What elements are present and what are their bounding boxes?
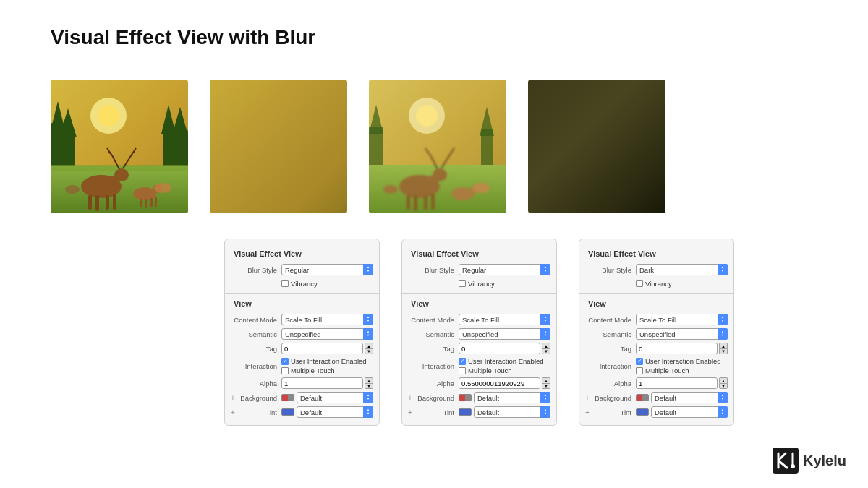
p2-alpha-input[interactable] xyxy=(459,377,540,389)
background-value[interactable]: Default xyxy=(297,392,373,403)
tag-decrement[interactable]: ▼ xyxy=(365,348,373,354)
p3-alpha-input[interactable] xyxy=(636,377,718,389)
p3-user-interaction-checkbox[interactable]: ✓ xyxy=(636,358,643,365)
tint-select[interactable]: Default xyxy=(297,406,373,418)
tag-stepper-buttons[interactable]: ▲ ▼ xyxy=(365,343,373,354)
p2-tint-select[interactable]: Default xyxy=(474,406,550,418)
p3-background-control[interactable]: Default xyxy=(636,392,728,403)
p3-multiple-touch-checkbox[interactable] xyxy=(636,367,643,374)
p2-content-mode-value[interactable]: Scale To Fill xyxy=(459,314,550,325)
p2-tag-decrement[interactable]: ▼ xyxy=(542,348,550,354)
p2-user-interaction-checkbox[interactable]: ✓ xyxy=(459,358,466,365)
p3-multiple-touch-row[interactable]: Multiple Touch xyxy=(636,367,721,374)
p2-vibrancy-checkbox[interactable] xyxy=(459,280,466,287)
p2-background-control[interactable]: Default xyxy=(459,392,550,403)
background-select[interactable]: Default xyxy=(297,392,373,403)
p2-content-mode-arrow xyxy=(540,314,550,325)
p3-background-select[interactable]: Default xyxy=(651,392,728,403)
p3-vibrancy-checkbox-row[interactable]: Vibrancy xyxy=(636,280,672,288)
background-color-swatch[interactable] xyxy=(281,394,294,401)
p2-alpha-stepper-buttons[interactable]: ▲ ▼ xyxy=(542,377,550,389)
p3-vibrancy-checkbox[interactable] xyxy=(636,280,643,287)
p2-multiple-touch-row[interactable]: Multiple Touch xyxy=(459,367,544,374)
vibrancy-checkbox-row[interactable]: Vibrancy xyxy=(281,280,318,288)
content-mode-value[interactable]: Scale To Fill xyxy=(281,314,373,325)
alpha-stepper-buttons[interactable]: ▲ ▼ xyxy=(365,377,373,389)
p3-user-interaction-row[interactable]: ✓ User Interaction Enabled xyxy=(636,357,721,365)
p2-blur-style-select[interactable]: Regular xyxy=(459,264,550,275)
tag-input[interactable] xyxy=(281,343,363,354)
p3-background-color-swatch[interactable] xyxy=(636,394,649,401)
user-interaction-row[interactable]: ✓ User Interaction Enabled xyxy=(281,357,367,365)
svg-rect-28 xyxy=(150,191,156,198)
blur-style-select[interactable]: Regular xyxy=(281,264,373,275)
alpha-input[interactable] xyxy=(281,377,363,389)
content-mode-control[interactable]: Scale To Fill xyxy=(281,314,373,325)
p2-background-select[interactable]: Default xyxy=(474,392,550,403)
p3-content-mode-value[interactable]: Scale To Fill xyxy=(636,314,728,325)
user-interaction-checkbox[interactable]: ✓ xyxy=(281,358,289,365)
p2-content-mode-control[interactable]: Scale To Fill xyxy=(459,314,550,325)
p2-background-arrow xyxy=(540,392,550,403)
p3-blur-style-value[interactable]: Dark xyxy=(636,264,728,275)
p2-semantic-control[interactable]: Unspecified xyxy=(459,328,550,340)
p2-alpha-increment[interactable]: ▲ xyxy=(542,377,550,383)
image-dark-blur xyxy=(528,80,665,213)
p2-tint-color-swatch[interactable] xyxy=(459,408,472,416)
p3-tag-decrement[interactable]: ▼ xyxy=(719,348,728,354)
semantic-control[interactable]: Unspecified xyxy=(281,328,373,340)
p3-blur-style-control[interactable]: Dark xyxy=(636,264,728,275)
multiple-touch-row[interactable]: Multiple Touch xyxy=(281,367,367,374)
alpha-control: ▲ ▼ xyxy=(281,377,373,389)
semantic-value[interactable]: Unspecified xyxy=(281,328,373,340)
p3-tint-select[interactable]: Default xyxy=(651,406,728,418)
p2-semantic-select[interactable]: Unspecified xyxy=(459,328,550,340)
p2-tint-value[interactable]: Default xyxy=(474,406,550,418)
p3-alpha-stepper-buttons[interactable]: ▲ ▼ xyxy=(719,377,728,389)
multiple-touch-checkbox[interactable] xyxy=(281,367,289,374)
p3-tag-stepper-buttons[interactable]: ▲ ▼ xyxy=(719,343,728,354)
p3-content-mode-control[interactable]: Scale To Fill xyxy=(636,314,728,325)
p3-semantic-select[interactable]: Unspecified xyxy=(636,328,728,340)
semantic-select[interactable]: Unspecified xyxy=(281,328,373,340)
p2-background-value[interactable]: Default xyxy=(474,392,550,403)
p2-user-interaction-row[interactable]: ✓ User Interaction Enabled xyxy=(459,357,544,365)
p3-alpha-increment[interactable]: ▲ xyxy=(719,377,728,383)
tag-increment[interactable]: ▲ xyxy=(365,343,373,348)
p3-tint-value[interactable]: Default xyxy=(651,406,728,418)
alpha-increment[interactable]: ▲ xyxy=(365,377,373,383)
tint-value[interactable]: Default xyxy=(297,406,373,418)
p3-tint-color-swatch[interactable] xyxy=(636,408,649,416)
p2-content-mode-select[interactable]: Scale To Fill xyxy=(459,314,550,325)
content-mode-select[interactable]: Scale To Fill xyxy=(281,314,373,325)
p2-tag-input[interactable] xyxy=(459,343,540,354)
p3-tint-control[interactable]: Default xyxy=(636,406,728,418)
alpha-decrement[interactable]: ▼ xyxy=(365,383,373,389)
p2-background-color-swatch[interactable] xyxy=(459,394,472,401)
background-control[interactable]: Default xyxy=(281,392,373,403)
p2-blur-style-value[interactable]: Regular xyxy=(459,264,550,275)
svg-rect-35 xyxy=(210,80,347,213)
p3-semantic-value[interactable]: Unspecified xyxy=(636,328,728,340)
p2-alpha-decrement[interactable]: ▼ xyxy=(542,383,550,389)
p2-vibrancy-checkbox-row[interactable]: Vibrancy xyxy=(459,280,495,288)
tint-color-swatch[interactable] xyxy=(281,408,294,416)
tint-control[interactable]: Default xyxy=(281,406,373,418)
p3-background-value[interactable]: Default xyxy=(651,392,728,403)
p2-blur-style-control[interactable]: Regular xyxy=(459,264,550,275)
p2-tint-control[interactable]: Default xyxy=(459,406,550,418)
blur-style-value[interactable]: Regular xyxy=(281,264,373,275)
p3-semantic-control[interactable]: Unspecified xyxy=(636,328,728,340)
p3-content-mode-select[interactable]: Scale To Fill xyxy=(636,314,728,325)
p2-semantic-value[interactable]: Unspecified xyxy=(459,328,550,340)
p3-tag-increment[interactable]: ▲ xyxy=(719,343,728,348)
vibrancy-checkbox[interactable] xyxy=(281,280,289,287)
p3-tag-input[interactable] xyxy=(636,343,718,354)
svg-point-33 xyxy=(154,183,171,193)
p2-tag-stepper-buttons[interactable]: ▲ ▼ xyxy=(542,343,550,354)
p2-multiple-touch-checkbox[interactable] xyxy=(459,367,466,374)
p3-alpha-decrement[interactable]: ▼ xyxy=(719,383,728,389)
p3-blur-style-select[interactable]: Dark xyxy=(636,264,728,275)
blur-style-control[interactable]: Regular xyxy=(281,264,373,275)
p2-tag-increment[interactable]: ▲ xyxy=(542,343,550,348)
